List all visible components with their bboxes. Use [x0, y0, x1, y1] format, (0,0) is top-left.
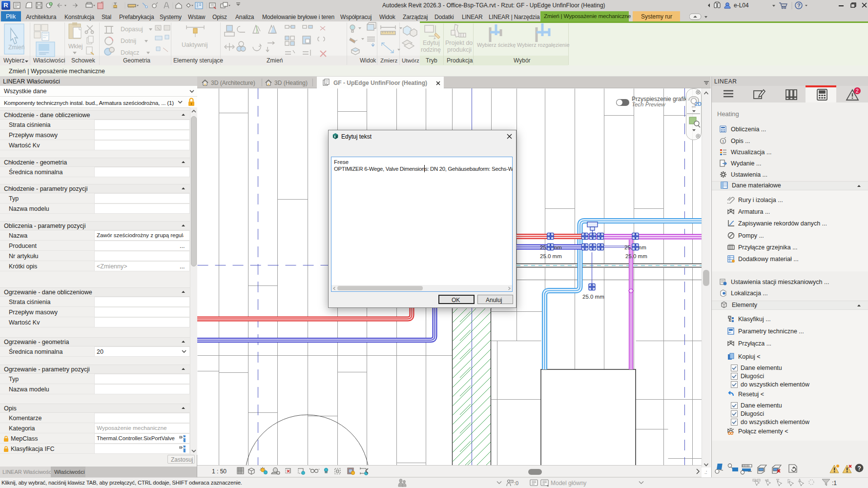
svg-text:Uaktywnij: Uaktywnij	[182, 41, 208, 48]
svg-text:2: 2	[856, 88, 859, 94]
svg-text:Projekt do: Projekt do	[445, 40, 473, 46]
svg-text:Wklej: Wklej	[68, 43, 83, 50]
svg-text:1: 1	[722, 139, 724, 143]
svg-text:?: ?	[797, 2, 801, 8]
svg-text::0: :0	[514, 480, 518, 486]
svg-text:Wybierz ścieżkę: Wybierz ścieżkę	[477, 42, 516, 48]
svg-text:2D: 2D	[695, 101, 702, 107]
svg-text:e-L04: e-L04	[734, 2, 749, 9]
svg-text:Dołącz: Dołącz	[121, 49, 139, 56]
svg-text:produkcji: produkcji	[447, 46, 472, 53]
svg-text:25.0 mm: 25.0 mm	[625, 253, 647, 259]
svg-text:Wybierz rozgałęzienie: Wybierz rozgałęzienie	[517, 42, 570, 48]
svg-text:Dopasuj: Dopasuj	[121, 26, 143, 33]
svg-text:Edytuj: Edytuj	[423, 40, 440, 46]
svg-text:Dotnij: Dotnij	[121, 38, 136, 44]
svg-text:25.0 mm: 25.0 mm	[582, 294, 604, 300]
svg-text:Zmień: Zmień	[8, 44, 24, 51]
svg-text:?: ?	[858, 465, 861, 472]
svg-text:25.0 mm: 25.0 mm	[540, 253, 562, 259]
svg-text:rodzinę: rodzinę	[421, 46, 441, 53]
